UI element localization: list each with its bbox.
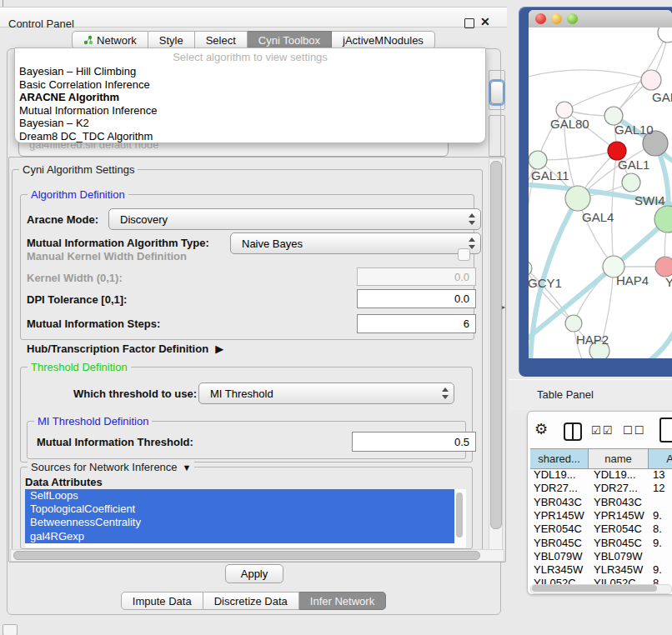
manual-kernel-width-checkbox[interactable] — [458, 248, 470, 261]
table-row[interactable]: YBL079WYBL079W — [530, 550, 672, 563]
screen: Control Panel ✕ NetworkStyleSelectCyni T… — [0, 0, 672, 635]
table-cell: YBR043C — [534, 496, 582, 508]
tab-style[interactable]: Style — [148, 31, 195, 49]
columns-icon[interactable] — [564, 422, 582, 441]
tab-discretize-data[interactable]: Discretize Data — [203, 592, 299, 610]
table-cell: YBR045C — [594, 537, 642, 549]
network-node-gal80[interactable] — [556, 102, 573, 118]
zoom-traffic-light-icon[interactable] — [567, 13, 578, 24]
algorithm-option-aracne-algorithm[interactable]: ARACNE Algorithm — [15, 91, 485, 104]
table-cell: YLR345W — [594, 563, 643, 576]
table-cell: YIL052C — [594, 577, 636, 584]
node-label-gal80: GAL80 — [550, 117, 589, 131]
algorithm-option-bayesian-hill-climbing[interactable]: Bayesian – Hill Climbing — [15, 65, 485, 78]
algorithm-option-dream8-dc-tdc-algorithm[interactable]: Dream8 DC_TDC Algorithm — [15, 130, 485, 143]
tab-select[interactable]: Select — [195, 31, 248, 49]
network-edge — [612, 151, 617, 267]
apply-button[interactable]: Apply — [225, 564, 283, 583]
expanded-arrow-icon[interactable]: ▼ — [183, 462, 192, 474]
algorithm-option-mutual-information-inference[interactable]: Mutual Information Inference — [15, 104, 485, 118]
kernel-width-input[interactable]: 0.0 — [357, 268, 476, 286]
table-cell: 9. — [653, 563, 662, 576]
network-node-y[interactable] — [655, 257, 672, 277]
network-node-hap2[interactable] — [565, 315, 582, 332]
stepper-icon — [467, 213, 476, 225]
close-icon[interactable]: ✕ — [480, 15, 490, 28]
collapsed-arrow-icon[interactable]: ▶ — [215, 342, 223, 355]
mi-threshold-input[interactable]: 0.5 — [352, 432, 476, 452]
table-row[interactable]: YPR145WYPR145W9. — [530, 509, 672, 522]
table-cell: 9. — [653, 537, 662, 549]
attribute-item-topologicalcoefficient[interactable]: TopologicalCoefficient — [25, 502, 454, 516]
table-cell: YPR145W — [534, 509, 584, 522]
tab-network[interactable]: Network — [72, 31, 148, 49]
column-header-shared[interactable]: shared... — [530, 449, 589, 468]
network-node[interactable] — [658, 28, 672, 42]
node-label-y: Y — [665, 275, 672, 289]
table-cell: YPR145W — [594, 509, 644, 522]
manual-kernel-width-label: Manual Kernel Width Definition — [27, 250, 187, 262]
attribute-item-gal4rgexp[interactable]: gal4RGexp — [25, 530, 454, 543]
gear-icon[interactable]: ⚙ — [534, 420, 548, 438]
table-row[interactable]: YBR043CYBR043C — [530, 496, 672, 509]
table-cell: YBR043C — [594, 496, 642, 508]
tab-jactivemnodules[interactable]: jActiveMNodules — [332, 31, 435, 49]
mi-algorithm-type-select[interactable]: Naive Bayes — [230, 232, 481, 254]
stepper-icon — [467, 238, 476, 249]
attribute-item-betweennesscentrality[interactable]: BetweennessCentrality — [25, 516, 454, 529]
mi-steps-input[interactable]: 6 — [357, 314, 476, 333]
tab-impute-data[interactable]: Impute Data — [121, 592, 203, 610]
bottom-tab-bar: Impute DataDiscretize DataInfer Network — [0, 592, 507, 610]
table-row[interactable]: YDR27...YDR27...12 — [530, 482, 672, 495]
table-row[interactable]: YDL19...YDL19...13 — [530, 468, 672, 482]
file-icon[interactable] — [659, 418, 672, 442]
network-icon — [83, 35, 93, 45]
deselect-all-checkboxes-icon[interactable]: ☐☐ — [623, 424, 645, 437]
algorithm-option-bayesian-k2[interactable]: Bayesian – K2 — [15, 117, 485, 130]
group-title: MI Threshold Definition — [34, 415, 152, 428]
dpi-tolerance-input[interactable]: 0.0 — [357, 289, 476, 308]
top-tab-bar: NetworkStyleSelectCyni ToolboxjActiveMNo… — [0, 31, 507, 49]
network-window-titlebar[interactable] — [529, 10, 672, 28]
attribute-item-selfloops[interactable]: SelfLoops — [25, 489, 454, 502]
table-row[interactable]: YIL052CYIL052C8. — [530, 577, 672, 584]
algorithm-option-basic-correlation-inference[interactable]: Basic Correlation Inference — [15, 78, 485, 92]
aracne-mode-label: Aracne Mode: — [27, 213, 98, 226]
tab-cyni-toolbox[interactable]: Cyni Toolbox — [248, 31, 332, 49]
table-cell: 9. — [653, 509, 662, 522]
column-header-name[interactable]: name — [589, 449, 649, 468]
hub-transcription-factor-section[interactable]: Hub/Transcription Factor Definition ▶ — [27, 342, 223, 355]
network-edge — [529, 70, 651, 83]
minimize-traffic-light-icon[interactable] — [551, 13, 562, 24]
float-window-icon[interactable] — [464, 18, 474, 28]
select-all-checkboxes-icon[interactable]: ☑☑ — [591, 424, 614, 437]
table-row[interactable]: YER054CYER054C8. — [530, 522, 672, 536]
attribute-list-scrollbar-thumb[interactable] — [456, 492, 463, 538]
node-label-gal10: GAL10 — [614, 122, 654, 137]
tab-infer-network[interactable]: Infer Network — [299, 592, 386, 610]
table-cell: YDL19... — [594, 468, 636, 481]
network-node-gal4[interactable] — [565, 186, 590, 211]
table-row[interactable]: YLR345WYLR345W9. — [530, 563, 672, 577]
group-title: Cyni Algorithm Settings — [19, 163, 138, 176]
column-header-a[interactable]: A — [649, 449, 672, 468]
table-horizontal-scrollbar-thumb[interactable] — [532, 585, 657, 592]
network-node-swi4[interactable] — [622, 173, 640, 192]
network-node-gal11[interactable] — [529, 151, 547, 169]
which-threshold-select[interactable]: MI Threshold — [198, 382, 454, 404]
settings-vertical-scrollbar-thumb[interactable] — [490, 161, 502, 529]
table-cell: YDR27... — [534, 482, 578, 494]
network-edge-highlighted — [640, 327, 672, 358]
tab-label: Infer Network — [310, 595, 374, 608]
aracne-mode-select[interactable]: Discovery — [108, 208, 481, 230]
table-row[interactable]: YBR045CYBR045C9. — [530, 537, 672, 550]
network-node-gal[interactable] — [641, 70, 661, 90]
settings-horizontal-scrollbar-thumb[interactable] — [13, 551, 480, 560]
network-canvas[interactable]: GALGAL80GAL10GAL1GAL11GAL4SWI4GCY1HAP4YH… — [529, 28, 672, 358]
docked-panel-icon[interactable] — [3, 624, 18, 635]
close-traffic-light-icon[interactable] — [535, 13, 546, 24]
tab-label: Style — [159, 34, 183, 47]
hidden-combo-stepper[interactable] — [490, 81, 504, 104]
group-title: Threshold Definition — [28, 361, 131, 373]
network-graph: GALGAL80GAL10GAL1GAL11GAL4SWI4GCY1HAP4YH… — [529, 28, 672, 358]
